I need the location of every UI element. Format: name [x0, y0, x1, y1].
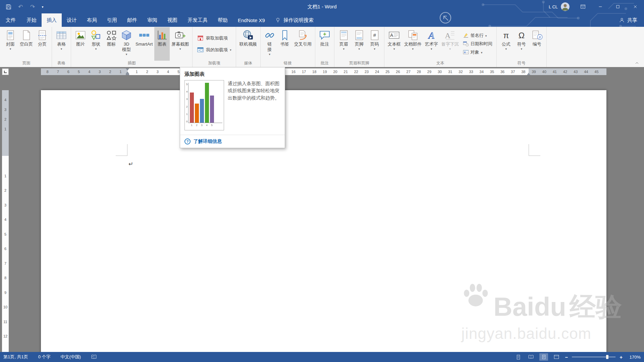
group-tables: 表格 ▾ 表格 — [52, 27, 71, 67]
focus-mode-button[interactable] — [514, 353, 523, 361]
group-pages-label: 页面 — [3, 61, 50, 67]
left-indent-marker[interactable] — [126, 74, 129, 75]
first-line-indent-marker[interactable] — [126, 68, 129, 71]
save-button[interactable] — [3, 1, 14, 12]
text-box-button[interactable]: 文本框 ▾ — [386, 27, 402, 61]
horizontal-ruler[interactable]: 87654321 1234567891011121314151617181920… — [41, 68, 606, 75]
drop-cap-button[interactable]: 首字下沉 ▾ — [440, 27, 461, 61]
header-button[interactable]: 页眉 ▾ — [336, 27, 352, 61]
chart-thumb-x-axis: 12345 — [188, 123, 222, 127]
tab-help[interactable]: 帮助 — [213, 13, 233, 27]
symbol-button[interactable]: 符号 ▾ — [514, 27, 529, 61]
tab-insert[interactable]: 插入 — [42, 13, 62, 27]
chart-button[interactable]: 图表 — [154, 27, 170, 61]
vertical-ruler[interactable]: 4321 123456789101112 — [2, 90, 9, 352]
3d-model-icon — [121, 29, 132, 42]
y-tick-label: 3 — [186, 98, 187, 101]
tab-view[interactable]: 视图 — [162, 13, 182, 27]
get-addins-button[interactable]: 获取加载项 — [195, 34, 233, 43]
3d-models-button[interactable]: 3D 模型 ▾ — [119, 27, 134, 61]
collapse-ribbon-button[interactable] — [633, 60, 641, 66]
quick-parts-button[interactable]: 文档部件 ▾ — [402, 27, 423, 61]
read-mode-button[interactable] — [527, 353, 535, 361]
table-button[interactable]: 表格 ▾ — [54, 27, 69, 61]
icons-button[interactable]: 图标 — [104, 27, 119, 61]
qat-customize-button[interactable]: ▾ — [39, 1, 46, 12]
undo-button[interactable]: ↶ — [15, 1, 26, 12]
tooltip-title: 添加图表 — [180, 67, 285, 79]
signature-line-button[interactable]: 签名行 ▾ — [462, 32, 494, 39]
date-time-button[interactable]: 日期和时间 — [462, 40, 494, 48]
page-break-button[interactable]: 分页 — [35, 27, 50, 61]
page-number-button[interactable]: 页码 ▾ — [367, 27, 382, 61]
smartart-button[interactable]: SmartArt — [134, 27, 154, 61]
proofing-book-icon — [91, 354, 97, 360]
tab-home[interactable]: 开始 — [21, 13, 42, 27]
proofing-status-button[interactable] — [91, 354, 97, 360]
zoom-level[interactable]: 170% — [627, 355, 641, 360]
print-layout-button[interactable] — [539, 353, 548, 361]
tell-me-search[interactable]: 操作说明搜索 — [270, 13, 318, 27]
blank-page-button[interactable]: 空白页 — [18, 27, 35, 61]
tell-me-more-link[interactable]: 了解详细信息 — [194, 138, 222, 144]
chevron-down-icon: ▾ — [505, 47, 507, 51]
account-chip[interactable]: L CL — [549, 2, 570, 11]
page-info[interactable]: 第1页, 共1页 — [3, 354, 28, 360]
online-video-button[interactable]: 联机视频 — [238, 27, 259, 61]
number-button[interactable]: 编号 — [529, 27, 545, 61]
group-header-footer: 页眉 ▾ 页脚 ▾ 页码 ▾ 页眉和页脚 — [334, 27, 384, 67]
close-button[interactable] — [627, 0, 644, 13]
pictures-button[interactable]: 图片 — [73, 27, 88, 61]
document-page[interactable]: ↵ — [41, 90, 606, 352]
tab-references[interactable]: 引用 — [102, 13, 122, 27]
help-icon: ? — [184, 138, 191, 144]
chevron-down-icon: ▾ — [126, 53, 127, 56]
tab-developer[interactable]: 开发工具 — [182, 13, 213, 27]
tab-layout[interactable]: 布局 — [82, 13, 102, 27]
tab-stop-selector[interactable] — [2, 68, 9, 75]
avatar[interactable] — [561, 2, 570, 11]
tab-file[interactable]: 文件 — [0, 13, 21, 27]
footer-button[interactable]: 页脚 ▾ — [352, 27, 367, 61]
tab-mailings[interactable]: 邮件 — [122, 13, 142, 27]
ruler-number: 4 — [2, 213, 9, 227]
group-symbols-label: 符号 — [498, 61, 545, 67]
my-addins-button[interactable]: 我的加载项 ▾ — [195, 45, 233, 54]
ribbon-display-options-button[interactable] — [574, 0, 592, 13]
cover-page-button[interactable]: 封面 ▾ — [3, 27, 18, 61]
web-layout-button[interactable] — [552, 353, 561, 361]
language-status[interactable]: 中文(中国) — [61, 354, 81, 360]
shapes-icon — [90, 29, 102, 42]
zoom-out-button[interactable]: − — [565, 354, 568, 360]
wordart-button[interactable]: 艺术字 ▾ — [423, 27, 440, 61]
tab-design[interactable]: 设计 — [62, 13, 82, 27]
redo-button[interactable]: ↷ — [27, 1, 38, 12]
word-count[interactable]: 0 个字 — [38, 354, 51, 360]
zoom-slider[interactable] — [572, 357, 615, 357]
equation-button[interactable]: 公式 ▾ — [498, 27, 514, 61]
cross-reference-button[interactable]: 交叉引用 — [292, 27, 313, 61]
ruler-number: 2 — [2, 183, 9, 198]
tab-review[interactable]: 审阅 — [142, 13, 162, 27]
print-layout-icon — [541, 354, 547, 360]
shapes-button[interactable]: 形状 ▾ — [88, 27, 104, 61]
tab-endnote[interactable]: EndNote X9 — [233, 13, 270, 27]
hanging-indent-marker[interactable] — [126, 71, 129, 74]
right-indent-marker[interactable] — [527, 73, 530, 75]
screenshot-button[interactable]: 屏幕截图 ▾ — [170, 27, 191, 61]
wordart-icon — [426, 29, 437, 42]
maximize-icon — [614, 3, 621, 10]
header-icon — [338, 29, 350, 42]
ruler-number: 8 — [2, 271, 9, 286]
share-button[interactable]: 共享 — [612, 13, 644, 27]
h-ruler-margin-numbers: 87654321 — [42, 68, 126, 75]
comment-button[interactable]: 批注 — [317, 27, 332, 61]
minimize-button[interactable] — [592, 0, 609, 13]
maximize-button[interactable] — [609, 0, 627, 13]
bookmark-button[interactable]: 书签 — [277, 27, 292, 61]
zoom-slider-thumb[interactable] — [606, 355, 608, 359]
link-button[interactable]: 链接 ▾ — [262, 27, 277, 61]
object-button[interactable]: 对象 ▾ — [462, 49, 494, 56]
comment-icon — [319, 29, 330, 42]
zoom-in-button[interactable]: + — [620, 354, 623, 360]
